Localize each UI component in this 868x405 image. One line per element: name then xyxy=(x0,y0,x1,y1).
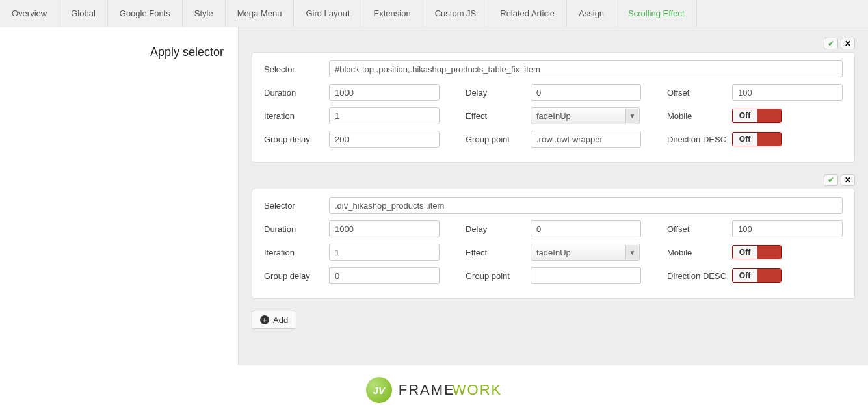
mobile-toggle[interactable]: Off xyxy=(732,109,782,123)
duration-input[interactable] xyxy=(329,84,440,101)
iteration-label: Iteration xyxy=(264,248,329,257)
plus-icon: + xyxy=(260,315,269,324)
tab-mega-menu[interactable]: Mega Menu xyxy=(226,0,295,27)
direction-desc-toggle-label: Off xyxy=(733,133,757,146)
tab-assign[interactable]: Assign xyxy=(567,0,616,27)
direction-desc-label: Direction DESC xyxy=(667,271,732,281)
mobile-label: Mobile xyxy=(667,248,732,257)
footer-word-work: WORK xyxy=(453,382,502,398)
tab-overview[interactable]: Overview xyxy=(0,0,59,27)
tab-style[interactable]: Style xyxy=(183,0,226,27)
group-point-label: Group point xyxy=(466,135,531,144)
iteration-label: Iteration xyxy=(264,111,329,121)
offset-label: Offset xyxy=(667,88,732,98)
direction-desc-label: Direction DESC xyxy=(667,135,732,144)
tab-custom-js[interactable]: Custom JS xyxy=(423,0,489,27)
jv-logo-badge: JV xyxy=(366,377,392,403)
effect-select[interactable] xyxy=(531,244,640,261)
tab-google-fonts[interactable]: Google Fonts xyxy=(108,0,183,27)
group-confirm-button[interactable]: ✔ xyxy=(824,174,838,186)
iteration-input[interactable] xyxy=(329,244,440,261)
effect-select[interactable] xyxy=(531,107,640,124)
mobile-toggle[interactable]: Off xyxy=(732,245,782,259)
delay-input[interactable] xyxy=(531,220,641,237)
tab-gird-layout[interactable]: Gird Layout xyxy=(294,0,362,27)
effect-select-dropdown-arrow[interactable]: ▼ xyxy=(625,109,638,123)
effect-label: Effect xyxy=(466,111,531,121)
add-button[interactable]: +Add xyxy=(252,311,296,329)
tab-extension[interactable]: Extension xyxy=(362,0,423,27)
effect-label: Effect xyxy=(466,248,531,257)
content-area: ✔✕SelectorDurationDelayOffsetIterationEf… xyxy=(239,27,868,365)
footer-word-frame: FRAME xyxy=(399,382,455,398)
delay-input[interactable] xyxy=(531,84,641,101)
footer: JV FRAMEWORK xyxy=(0,365,868,405)
duration-label: Duration xyxy=(264,224,329,234)
direction-desc-toggle-label: Off xyxy=(733,269,757,282)
delay-label: Delay xyxy=(466,88,531,98)
selector-label: Selector xyxy=(264,64,329,74)
sidebar: Apply selector xyxy=(0,27,239,365)
direction-desc-toggle[interactable]: Off xyxy=(732,268,782,283)
group-remove-button[interactable]: ✕ xyxy=(841,174,855,186)
page-title: Apply selector xyxy=(0,46,238,59)
tab-related-article[interactable]: Related Article xyxy=(488,0,567,27)
group-delay-input[interactable] xyxy=(329,131,440,148)
offset-input[interactable] xyxy=(732,84,843,101)
duration-input[interactable] xyxy=(329,220,440,237)
group-confirm-button[interactable]: ✔ xyxy=(824,38,838,49)
group-point-label: Group point xyxy=(466,271,531,281)
delay-label: Delay xyxy=(466,224,531,234)
group-point-input[interactable] xyxy=(531,131,641,148)
group-remove-button[interactable]: ✕ xyxy=(841,38,855,49)
selector-group: SelectorDurationDelayOffsetIterationEffe… xyxy=(252,189,855,299)
duration-label: Duration xyxy=(264,88,329,98)
tab-global[interactable]: Global xyxy=(59,0,108,27)
tab-bar: OverviewGlobalGoogle FontsStyleMega Menu… xyxy=(0,0,868,27)
add-button-label: Add xyxy=(273,315,288,325)
selector-label: Selector xyxy=(264,201,329,211)
group-delay-label: Group delay xyxy=(264,135,329,144)
direction-desc-toggle[interactable]: Off xyxy=(732,132,782,146)
group-point-input[interactable] xyxy=(531,267,641,284)
effect-select-dropdown-arrow[interactable]: ▼ xyxy=(625,245,638,259)
mobile-toggle-label: Off xyxy=(733,246,757,259)
mobile-label: Mobile xyxy=(667,111,732,121)
tab-scrolling-effect[interactable]: Scrolling Effect xyxy=(616,0,696,27)
selector-input[interactable] xyxy=(329,197,843,214)
selector-input[interactable] xyxy=(329,60,843,77)
iteration-input[interactable] xyxy=(329,107,440,124)
offset-label: Offset xyxy=(667,224,732,234)
offset-input[interactable] xyxy=(732,220,843,237)
group-delay-input[interactable] xyxy=(329,267,440,284)
mobile-toggle-label: Off xyxy=(733,109,757,122)
selector-group: SelectorDurationDelayOffsetIterationEffe… xyxy=(252,52,855,163)
group-delay-label: Group delay xyxy=(264,271,329,281)
